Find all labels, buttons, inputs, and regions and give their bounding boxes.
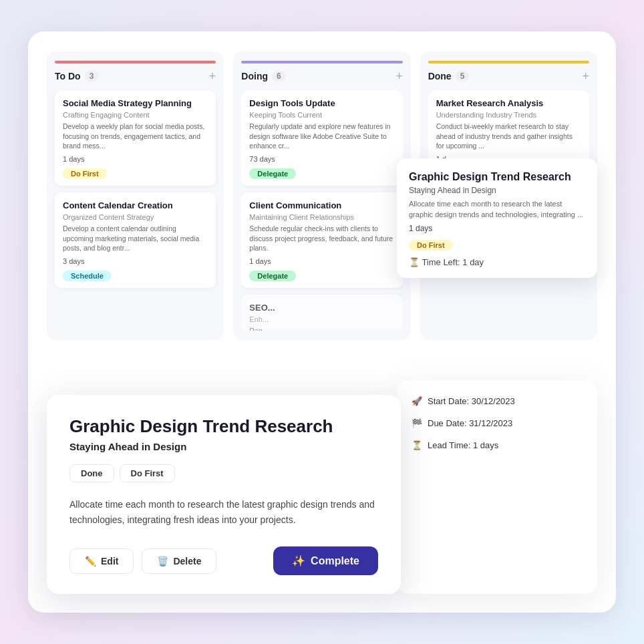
todo-card-1[interactable]: Social Media Strategy Planning Crafting … bbox=[55, 90, 216, 186]
hourglass-icon: ⏳ bbox=[412, 440, 422, 450]
doing-col-header: Doing 6 + bbox=[241, 70, 402, 82]
modal-tag-dofirst[interactable]: Do First bbox=[120, 464, 175, 482]
edit-label: Edit bbox=[101, 556, 118, 567]
flag-icon: 🏁 bbox=[412, 418, 422, 428]
card-days: 3 days bbox=[63, 257, 208, 265]
todo-title-text: To Do bbox=[55, 71, 81, 82]
mini-popup-days: 1 days bbox=[409, 224, 585, 233]
todo-bar bbox=[55, 61, 216, 63]
card-desc: Conduct bi-weekly market research to sta… bbox=[436, 122, 581, 151]
card-title: Market Research Analysis bbox=[436, 98, 581, 110]
modal-title: Graphic Design Trend Research bbox=[69, 416, 378, 437]
due-date-label: Due Date: 31/12/2023 bbox=[428, 418, 512, 428]
todo-column: To Do 3 + Social Media Strategy Planning… bbox=[47, 51, 224, 340]
rp-lead-time: ⏳ Lead Time: 1 days bbox=[412, 440, 583, 450]
mini-popup-title: Graphic Design Trend Research bbox=[409, 170, 585, 183]
delete-icon: 🗑️ bbox=[157, 556, 168, 567]
doing-count: 6 bbox=[272, 71, 286, 82]
modal-subtitle: Staying Ahead in Design bbox=[69, 441, 378, 452]
doing-bar bbox=[241, 61, 402, 63]
card-badge: Schedule bbox=[63, 271, 112, 281]
mini-popup-desc: Allocate time each month to research the… bbox=[409, 199, 585, 220]
mini-popup-badge: Do First bbox=[409, 240, 453, 251]
doing-title-text: Doing bbox=[241, 71, 268, 82]
card-desc: Develop a content calendar outlining upc… bbox=[63, 224, 208, 253]
mini-popup: Graphic Design Trend Research Staying Ah… bbox=[397, 158, 597, 278]
done-bar bbox=[428, 61, 589, 63]
done-count: 5 bbox=[456, 71, 470, 82]
rocket-icon: 🚀 bbox=[412, 396, 422, 406]
doing-card-2[interactable]: Client Communication Maintaining Client … bbox=[241, 192, 402, 288]
outer-card: To Do 3 + Social Media Strategy Planning… bbox=[28, 31, 616, 613]
complete-button[interactable]: ✨ Complete bbox=[273, 546, 378, 575]
doing-card-1[interactable]: Design Tools Update Keeping Tools Curren… bbox=[241, 90, 402, 186]
todo-add-button[interactable]: + bbox=[209, 70, 216, 82]
delete-button[interactable]: 🗑️ Delete bbox=[142, 548, 216, 574]
card-subtitle: Understanding Industry Trends bbox=[436, 111, 581, 119]
delete-label: Delete bbox=[173, 556, 201, 567]
main-modal: Graphic Design Trend Research Staying Ah… bbox=[47, 395, 401, 594]
edit-icon: ✏️ bbox=[85, 556, 96, 567]
right-panel: 🚀 Start Date: 30/12/2023 🏁 Due Date: 31/… bbox=[397, 380, 597, 594]
edit-button[interactable]: ✏️ Edit bbox=[69, 548, 134, 574]
modal-left-actions: ✏️ Edit 🗑️ Delete bbox=[69, 548, 216, 574]
card-title: Design Tools Update bbox=[249, 98, 394, 110]
modal-tag-done[interactable]: Done bbox=[69, 464, 114, 482]
start-date-label: Start Date: 30/12/2023 bbox=[428, 396, 515, 406]
todo-card-2[interactable]: Content Calendar Creation Organized Cont… bbox=[55, 192, 216, 288]
doing-card-3[interactable]: SEO... Enh... Reg... 4 d Sc bbox=[241, 295, 402, 331]
card-subtitle: Organized Content Strategy bbox=[63, 213, 208, 221]
modal-tags: Done Do First bbox=[69, 464, 378, 482]
done-title-text: Done bbox=[428, 71, 452, 82]
card-title: SEO... bbox=[249, 303, 394, 314]
card-desc: Develop a weekly plan for social media p… bbox=[63, 122, 208, 151]
card-badge: Delegate bbox=[249, 271, 296, 281]
card-title: Content Calendar Creation bbox=[63, 200, 208, 212]
modal-desc: Allocate time each month to research the… bbox=[69, 497, 378, 528]
doing-col-title: Doing 6 bbox=[241, 71, 285, 82]
doing-add-button[interactable]: + bbox=[395, 70, 403, 82]
mini-popup-time-left: ⏳ Time Left: 1 day bbox=[409, 257, 585, 267]
card-subtitle: Crafting Engaging Content bbox=[63, 111, 208, 119]
rp-due-date: 🏁 Due Date: 31/12/2023 bbox=[412, 418, 583, 428]
card-desc: Schedule regular check-ins with clients … bbox=[249, 224, 394, 253]
card-desc: Reg... bbox=[249, 326, 394, 331]
card-title: Social Media Strategy Planning bbox=[63, 98, 208, 110]
done-col-header: Done 5 + bbox=[428, 70, 589, 82]
doing-col-inner: Design Tools Update Keeping Tools Curren… bbox=[241, 90, 402, 331]
card-title: Client Communication bbox=[249, 200, 394, 212]
card-subtitle: Maintaining Client Relationships bbox=[249, 213, 394, 221]
complete-label: Complete bbox=[311, 555, 359, 567]
card-days: 73 days bbox=[249, 155, 394, 163]
done-col-title: Done 5 bbox=[428, 71, 470, 82]
lead-time-label: Lead Time: 1 days bbox=[428, 440, 498, 450]
todo-col-header: To Do 3 + bbox=[55, 70, 216, 82]
card-desc: Regularly update and explore new feature… bbox=[249, 122, 394, 151]
rp-start-date: 🚀 Start Date: 30/12/2023 bbox=[412, 396, 583, 406]
card-badge: Delegate bbox=[249, 168, 296, 179]
doing-column: Doing 6 + Design Tools Update Keeping To… bbox=[233, 51, 410, 340]
mini-popup-subtitle: Staying Ahead in Design bbox=[409, 186, 585, 195]
done-add-button[interactable]: + bbox=[582, 70, 589, 82]
card-subtitle: Enh... bbox=[249, 315, 394, 323]
card-days: 1 days bbox=[63, 155, 208, 163]
card-subtitle: Keeping Tools Current bbox=[249, 111, 394, 119]
complete-icon: ✨ bbox=[292, 554, 305, 567]
modal-actions: ✏️ Edit 🗑️ Delete ✨ Complete bbox=[69, 546, 378, 575]
card-badge: Do First bbox=[63, 168, 107, 179]
card-days: 1 days bbox=[249, 257, 394, 265]
todo-col-title: To Do 3 bbox=[55, 71, 98, 82]
todo-count: 3 bbox=[85, 71, 99, 82]
